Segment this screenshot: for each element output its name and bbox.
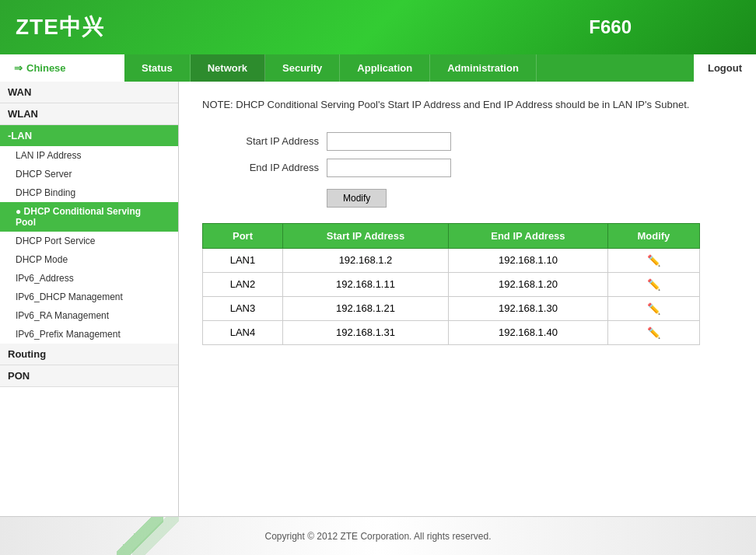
- modify-button[interactable]: Modify: [327, 189, 387, 208]
- col-start-ip: Start IP Address: [282, 223, 448, 248]
- nav-application[interactable]: Application: [340, 54, 430, 82]
- cell-port-1: LAN1: [203, 248, 283, 272]
- table-header-row: Port Start IP Address End IP Address Mod…: [203, 223, 700, 248]
- table-row: LAN3 192.168.1.21 192.168.1.30 ✏️: [203, 296, 700, 320]
- device-name: F660: [589, 16, 632, 38]
- cell-start-1: 192.168.1.2: [282, 248, 448, 272]
- start-ip-input[interactable]: [327, 132, 451, 151]
- edit-icon-3[interactable]: ✏️: [647, 302, 660, 315]
- nav-status[interactable]: Status: [124, 54, 191, 82]
- edit-icon-4[interactable]: ✏️: [647, 326, 660, 339]
- edit-icon-1[interactable]: ✏️: [647, 254, 660, 267]
- col-modify: Modify: [607, 223, 699, 248]
- edit-icon-2[interactable]: ✏️: [647, 278, 660, 291]
- table-body: LAN1 192.168.1.2 192.168.1.10 ✏️ LAN2 19…: [203, 248, 700, 344]
- header: ZTE中兴 F660: [0, 0, 756, 54]
- end-ip-label: End IP Address: [202, 162, 327, 173]
- footer: Copyright © 2012 ZTE Corporation. All ri…: [0, 516, 756, 555]
- chinese-label: Chinese: [26, 62, 66, 74]
- arrow-icon: ⇒: [14, 62, 23, 74]
- sidebar-item-dhcp-server[interactable]: DHCP Server: [0, 165, 178, 183]
- main-layout: WAN WLAN -LAN LAN IP Address DHCP Server…: [0, 82, 756, 516]
- navbar: ⇒ Chinese Status Network Security Applic…: [0, 54, 756, 82]
- cell-port-2: LAN2: [203, 272, 283, 296]
- note-box: NOTE: DHCP Conditional Serving Pool's St…: [202, 97, 733, 113]
- cell-start-2: 192.168.1.11: [282, 272, 448, 296]
- sidebar-item-routing[interactable]: Routing: [0, 344, 178, 365]
- table-head: Port Start IP Address End IP Address Mod…: [203, 223, 700, 248]
- nav-network[interactable]: Network: [191, 54, 265, 82]
- cell-end-3: 192.168.1.30: [449, 296, 608, 320]
- sidebar-item-lan-ip[interactable]: LAN IP Address: [0, 146, 178, 165]
- cell-start-3: 192.168.1.21: [282, 296, 448, 320]
- sidebar-item-ipv6-dhcp[interactable]: IPv6_DHCP Management: [0, 288, 178, 306]
- cell-edit-3[interactable]: ✏️: [607, 296, 699, 320]
- cell-start-4: 192.168.1.31: [282, 320, 448, 344]
- table-row: LAN1 192.168.1.2 192.168.1.10 ✏️: [203, 248, 700, 272]
- sidebar-item-lan[interactable]: -LAN: [0, 125, 178, 146]
- sidebar-item-dhcp-port[interactable]: DHCP Port Service: [0, 232, 178, 250]
- nav-security[interactable]: Security: [265, 54, 340, 82]
- nav-administration[interactable]: Administration: [430, 54, 537, 82]
- copyright-text: Copyright © 2012 ZTE Corporation. All ri…: [265, 531, 492, 542]
- sidebar-item-ipv6-address[interactable]: IPv6_Address: [0, 269, 178, 288]
- logout-button[interactable]: Logout: [694, 54, 756, 82]
- chinese-button[interactable]: ⇒ Chinese: [0, 54, 124, 82]
- cell-edit-1[interactable]: ✏️: [607, 248, 699, 272]
- content-area: NOTE: DHCP Conditional Serving Pool's St…: [179, 82, 756, 516]
- modify-button-row: Modify: [202, 185, 733, 208]
- col-port: Port: [203, 223, 283, 248]
- sidebar-item-pon[interactable]: PON: [0, 365, 178, 387]
- sidebar-item-dhcp-binding[interactable]: DHCP Binding: [0, 183, 178, 202]
- end-ip-input[interactable]: [327, 159, 451, 177]
- sidebar-item-ipv6-prefix[interactable]: IPv6_Prefix Management: [0, 325, 178, 344]
- start-ip-label: Start IP Address: [202, 135, 327, 147]
- sidebar-item-ipv6-ra[interactable]: IPv6_RA Management: [0, 306, 178, 325]
- data-table: Port Start IP Address End IP Address Mod…: [202, 223, 700, 345]
- note-text: NOTE: DHCP Conditional Serving Pool's St…: [202, 99, 689, 110]
- sidebar-item-wan[interactable]: WAN: [0, 82, 178, 103]
- sidebar-item-dhcp-conditional[interactable]: ● DHCP Conditional Serving Pool: [0, 202, 178, 232]
- sidebar-item-wlan[interactable]: WLAN: [0, 103, 178, 125]
- table-row: LAN4 192.168.1.31 192.168.1.40 ✏️: [203, 320, 700, 344]
- sidebar-item-dhcp-mode[interactable]: DHCP Mode: [0, 250, 178, 269]
- sidebar-dhcp-conditional-label: DHCP Conditional Serving Pool: [16, 206, 141, 228]
- cell-port-3: LAN3: [203, 296, 283, 320]
- end-ip-row: End IP Address: [202, 159, 733, 177]
- table-row: LAN2 192.168.1.11 192.168.1.20 ✏️: [203, 272, 700, 296]
- cell-end-1: 192.168.1.10: [449, 248, 608, 272]
- cell-end-2: 192.168.1.20: [449, 272, 608, 296]
- active-bullet: ●: [16, 206, 24, 217]
- cell-edit-4[interactable]: ✏️: [607, 320, 699, 344]
- col-end-ip: End IP Address: [449, 223, 608, 248]
- start-ip-row: Start IP Address: [202, 132, 733, 151]
- cell-port-4: LAN4: [203, 320, 283, 344]
- logo: ZTE中兴: [16, 12, 104, 42]
- cell-edit-2[interactable]: ✏️: [607, 272, 699, 296]
- nav-items: Status Network Security Application Admi…: [124, 54, 694, 82]
- sidebar: WAN WLAN -LAN LAN IP Address DHCP Server…: [0, 82, 179, 516]
- cell-end-4: 192.168.1.40: [449, 320, 608, 344]
